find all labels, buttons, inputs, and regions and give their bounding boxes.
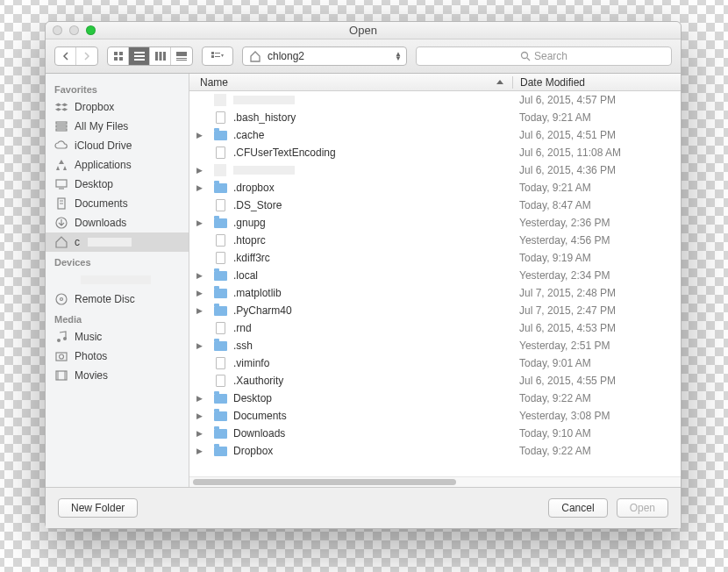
file-row[interactable]: .rndJul 6, 2015, 4:53 PM <box>189 319 681 337</box>
file-row[interactable]: ▶.localYesterday, 2:34 PM <box>189 267 681 284</box>
file-browser: Name Date Modified Jul 6, 2015, 4:57 PM.… <box>189 74 681 487</box>
sidebar-item-dropbox[interactable]: Dropbox <box>46 97 189 117</box>
view-mode-switcher <box>107 46 193 66</box>
file-icon <box>212 199 228 211</box>
sidebar-item-icloud-drive[interactable]: iCloud Drive <box>46 136 189 155</box>
file-date: Yesterday, 4:56 PM <box>512 234 681 247</box>
file-row[interactable]: .CFUserTextEncodingJul 6, 2015, 11:08 AM <box>189 144 681 161</box>
file-icon <box>212 147 228 159</box>
search-field[interactable]: Search <box>416 46 672 66</box>
file-row[interactable]: ▶.dropboxToday, 9:21 AM <box>189 179 681 197</box>
disclosure-triangle[interactable]: ▶ <box>189 341 209 350</box>
docs-icon <box>54 197 68 211</box>
disclosure-triangle[interactable]: ▶ <box>189 411 209 420</box>
file-date: Yesterday, 3:08 PM <box>512 410 681 422</box>
disclosure-triangle[interactable]: ▶ <box>189 166 209 175</box>
file-list[interactable]: Jul 6, 2015, 4:57 PM.bash_historyToday, … <box>189 91 681 476</box>
sidebar-item-applications[interactable]: Applications <box>46 155 189 175</box>
file-row[interactable]: ▶.gnupgYesterday, 2:36 PM <box>189 214 681 232</box>
view-icons-button[interactable] <box>108 47 129 65</box>
titlebar[interactable]: Open <box>46 22 681 39</box>
sidebar-devices-header: Devices <box>46 252 189 270</box>
horizontal-scrollbar[interactable] <box>189 476 681 487</box>
sidebar-item-remote-disc[interactable]: Remote Disc <box>46 290 189 309</box>
column-header-name[interactable]: Name <box>189 76 512 89</box>
view-coverflow-button[interactable] <box>171 47 192 65</box>
cancel-button[interactable]: Cancel <box>548 498 607 518</box>
file-row[interactable]: .XauthorityJul 6, 2015, 4:55 PM <box>189 372 681 390</box>
sidebar-item-label: All My Files <box>75 120 128 132</box>
file-row[interactable]: ▶DownloadsToday, 9:10 AM <box>189 425 681 442</box>
file-row[interactable]: Jul 6, 2015, 4:57 PM <box>189 91 681 109</box>
file-icon <box>212 111 228 124</box>
view-columns-button[interactable] <box>150 47 171 65</box>
sidebar-item-desktop[interactable]: Desktop <box>46 175 189 194</box>
disclosure-triangle[interactable]: ▶ <box>189 131 209 139</box>
disclosure-triangle[interactable]: ▶ <box>189 394 209 403</box>
folder-icon <box>212 269 228 282</box>
svg-rect-3 <box>119 57 123 61</box>
sidebar-item-all-my-files[interactable]: All My Files <box>46 117 189 136</box>
sidebar-item-blank[interactable] <box>46 270 189 290</box>
back-button[interactable] <box>55 47 76 65</box>
disclosure-triangle[interactable]: ▶ <box>189 218 209 227</box>
svg-rect-14 <box>211 55 214 58</box>
file-date: Jul 6, 2015, 4:36 PM <box>512 164 681 176</box>
toolbar: chlong2 ▲▼ Search <box>46 39 681 74</box>
sidebar-item-c[interactable]: c <box>46 232 189 252</box>
svg-line-18 <box>527 58 530 61</box>
view-list-button[interactable] <box>129 47 150 65</box>
disclosure-triangle[interactable]: ▶ <box>189 183 209 192</box>
open-button[interactable]: Open <box>617 498 668 518</box>
file-icon <box>212 252 228 264</box>
chevron-updown-icon: ▲▼ <box>395 52 401 61</box>
svg-rect-12 <box>176 60 187 61</box>
file-row[interactable]: .DS_StoreToday, 8:47 AM <box>189 197 681 214</box>
file-date: Yesterday, 2:34 PM <box>512 269 681 282</box>
svg-point-31 <box>63 337 67 340</box>
location-dropdown[interactable]: chlong2 ▲▼ <box>242 46 407 66</box>
file-date: Jul 6, 2015, 4:55 PM <box>512 375 681 387</box>
file-row[interactable]: .kdiff3rcToday, 9:19 AM <box>189 249 681 267</box>
file-date: Today, 9:21 AM <box>512 111 681 124</box>
disclosure-triangle[interactable]: ▶ <box>189 447 209 455</box>
file-name: .PyCharm40 <box>233 304 292 317</box>
file-row[interactable]: ▶.PyCharm40Jul 7, 2015, 2:47 PM <box>189 302 681 319</box>
sidebar-item-music[interactable]: Music <box>46 327 189 347</box>
file-row[interactable]: ▶DesktopToday, 9:22 AM <box>189 390 681 407</box>
file-name: .gnupg <box>233 217 266 229</box>
file-row[interactable]: .htoprcYesterday, 4:56 PM <box>189 232 681 249</box>
nav-back-forward <box>54 46 98 66</box>
sidebar-item-downloads[interactable]: Downloads <box>46 213 189 232</box>
folder-icon <box>212 427 228 440</box>
column-header-date[interactable]: Date Modified <box>512 76 681 89</box>
group-by-dropdown[interactable] <box>202 46 233 66</box>
file-date: Today, 9:10 AM <box>512 427 681 440</box>
file-icon <box>212 322 228 334</box>
file-name: Documents <box>233 410 287 422</box>
file-row[interactable]: ▶Jul 6, 2015, 4:36 PM <box>189 161 681 179</box>
file-row[interactable]: .viminfoToday, 9:01 AM <box>189 354 681 372</box>
forward-button[interactable] <box>76 47 97 65</box>
disclosure-triangle[interactable]: ▶ <box>189 289 209 297</box>
sidebar-item-movies[interactable]: Movies <box>46 366 189 385</box>
file-row[interactable]: ▶DocumentsYesterday, 3:08 PM <box>189 407 681 425</box>
file-row[interactable]: ▶.sshYesterday, 2:51 PM <box>189 337 681 354</box>
file-date: Jul 6, 2015, 4:53 PM <box>512 322 681 334</box>
file-date: Jul 7, 2015, 2:47 PM <box>512 304 681 317</box>
file-row[interactable]: ▶.matplotlibJul 7, 2015, 2:48 PM <box>189 284 681 302</box>
disclosure-triangle[interactable]: ▶ <box>189 271 209 280</box>
file-name: .htoprc <box>233 234 266 247</box>
file-date: Jul 6, 2015, 4:57 PM <box>512 94 681 106</box>
sidebar-item-photos[interactable]: Photos <box>46 347 189 366</box>
new-folder-button[interactable]: New Folder <box>58 498 138 518</box>
file-name: Dropbox <box>233 445 273 457</box>
file-row[interactable]: ▶DropboxToday, 9:22 AM <box>189 442 681 460</box>
sidebar-item-label: Movies <box>75 369 108 382</box>
file-row[interactable]: .bash_historyToday, 9:21 AM <box>189 109 681 126</box>
open-dialog-window: Open chlong2 ▲▼ Search Favorites Dropb <box>45 21 682 529</box>
disclosure-triangle[interactable]: ▶ <box>189 429 209 438</box>
disclosure-triangle[interactable]: ▶ <box>189 306 209 315</box>
sidebar-item-documents[interactable]: Documents <box>46 194 189 213</box>
file-row[interactable]: ▶.cacheJul 6, 2015, 4:51 PM <box>189 126 681 144</box>
